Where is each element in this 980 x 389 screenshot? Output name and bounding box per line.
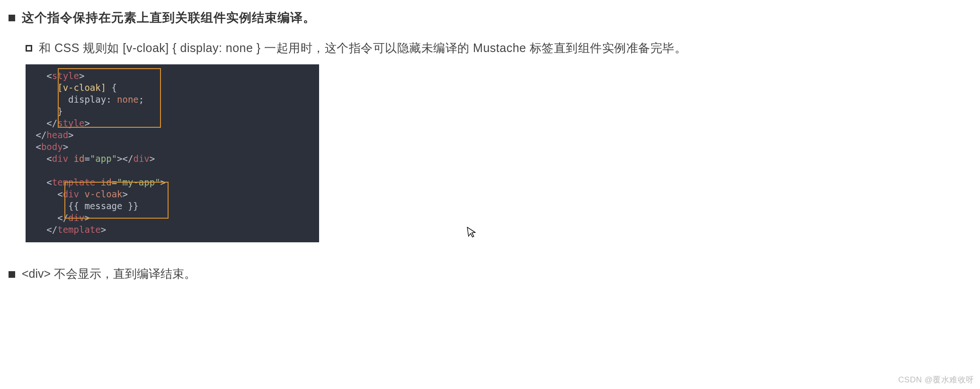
bullet-item-1: 这个指令保持在元素上直到关联组件实例结束编译。: [9, 9, 971, 26]
sub-bullet-text: 和 CSS 规则如 [v-cloak] { display: none } 一起…: [39, 40, 686, 56]
highlight-box-div: [64, 182, 169, 219]
bullet-item-2: <div> 不会显示，直到编译结束。: [9, 266, 971, 282]
square-filled-icon: [9, 271, 15, 278]
watermark: CSDN @覆水难收呀: [898, 374, 974, 385]
bullet-1-text: 这个指令保持在元素上直到关联组件实例结束编译。: [22, 9, 316, 26]
square-filled-icon: [9, 15, 15, 21]
highlight-box-style: [58, 68, 161, 128]
code-block: <style> [v-cloak] { display: none; } </s…: [26, 64, 319, 242]
square-hollow-icon: [26, 45, 32, 52]
sub-bullet-item: 和 CSS 规则如 [v-cloak] { display: none } 一起…: [26, 40, 971, 56]
bullet-2-text: <div> 不会显示，直到编译结束。: [22, 266, 196, 282]
